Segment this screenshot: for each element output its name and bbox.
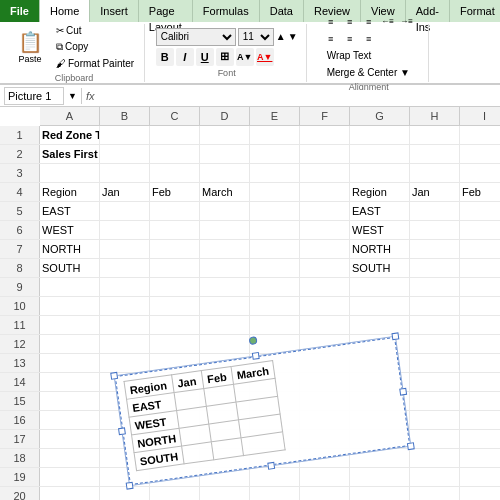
cell-i7[interactable] (460, 240, 500, 258)
align-bottom-center-button[interactable]: ≡ (341, 31, 359, 47)
cell-i19[interactable] (460, 468, 500, 486)
cell-c8[interactable] (150, 259, 200, 277)
cell-i9[interactable] (460, 278, 500, 296)
cell-a17[interactable] (40, 430, 100, 448)
cell-h16[interactable] (410, 411, 460, 429)
cell-d2[interactable] (200, 145, 250, 163)
cell-h1[interactable] (410, 126, 460, 144)
cell-h6[interactable] (410, 221, 460, 239)
cell-g5[interactable]: EAST (350, 202, 410, 220)
align-top-right-button[interactable]: ≡ (360, 14, 378, 30)
cell-a4[interactable]: Region (40, 183, 100, 201)
align-bottom-right-button[interactable]: ≡ (360, 31, 378, 47)
cell-g3[interactable] (350, 164, 410, 182)
cell-b4[interactable]: Jan (100, 183, 150, 201)
tab-page-layout[interactable]: Page Layout (139, 0, 193, 22)
cell-h2[interactable] (410, 145, 460, 163)
cell-h8[interactable] (410, 259, 460, 277)
cell-b11[interactable] (100, 316, 150, 334)
border-button[interactable]: ⊞ (216, 48, 234, 66)
font-size-select[interactable]: 11 (238, 28, 274, 46)
cell-c3[interactable] (150, 164, 200, 182)
cell-e4[interactable] (250, 183, 300, 201)
cell-i1[interactable] (460, 126, 500, 144)
cell-d3[interactable] (200, 164, 250, 182)
fill-color-button[interactable]: A▼ (236, 48, 254, 66)
cell-a15[interactable] (40, 392, 100, 410)
cell-h3[interactable] (410, 164, 460, 182)
cell-b1[interactable] (100, 126, 150, 144)
cell-g8[interactable]: SOUTH (350, 259, 410, 277)
cell-f2[interactable] (300, 145, 350, 163)
cell-a12[interactable] (40, 335, 100, 353)
italic-button[interactable]: I (176, 48, 194, 66)
cell-d7[interactable] (200, 240, 250, 258)
cell-i12[interactable] (460, 335, 500, 353)
handle-top-left[interactable] (110, 372, 118, 380)
formula-input[interactable] (98, 90, 496, 102)
cell-f20[interactable] (300, 487, 350, 500)
cell-h18[interactable] (410, 449, 460, 467)
cell-d8[interactable] (200, 259, 250, 277)
cell-i8[interactable] (460, 259, 500, 277)
cell-h4[interactable]: Jan (410, 183, 460, 201)
cell-i5[interactable] (460, 202, 500, 220)
cell-f7[interactable] (300, 240, 350, 258)
cell-f11[interactable] (300, 316, 350, 334)
font-size-down-icon[interactable]: ▼ (288, 31, 298, 42)
cell-f5[interactable] (300, 202, 350, 220)
align-top-left-button[interactable]: ≡ (322, 14, 340, 30)
cell-d11[interactable] (200, 316, 250, 334)
cell-d20[interactable] (200, 487, 250, 500)
cell-a11[interactable] (40, 316, 100, 334)
cell-d10[interactable] (200, 297, 250, 315)
cell-g10[interactable] (350, 297, 410, 315)
cell-e9[interactable] (250, 278, 300, 296)
cut-button[interactable]: ✂ Cut (52, 23, 138, 38)
cell-d12[interactable] (200, 335, 250, 353)
wrap-text-button[interactable]: Wrap Text (322, 48, 416, 63)
cell-d6[interactable] (200, 221, 250, 239)
cell-i3[interactable] (460, 164, 500, 182)
cell-c12[interactable] (150, 335, 200, 353)
cell-e7[interactable] (250, 240, 300, 258)
cell-i17[interactable] (460, 430, 500, 448)
cell-b8[interactable] (100, 259, 150, 277)
cell-e20[interactable] (250, 487, 300, 500)
align-top-center-button[interactable]: ≡ (341, 14, 359, 30)
cell-c5[interactable] (150, 202, 200, 220)
cell-h12[interactable] (410, 335, 460, 353)
cell-g2[interactable] (350, 145, 410, 163)
cell-e8[interactable] (250, 259, 300, 277)
cell-e5[interactable] (250, 202, 300, 220)
cell-g9[interactable] (350, 278, 410, 296)
cell-b2[interactable] (100, 145, 150, 163)
cell-a19[interactable] (40, 468, 100, 486)
cell-h20[interactable] (410, 487, 460, 500)
tab-format[interactable]: Format (450, 0, 500, 22)
cell-c10[interactable] (150, 297, 200, 315)
cell-f9[interactable] (300, 278, 350, 296)
cell-b20[interactable] (100, 487, 150, 500)
cell-g4[interactable]: Region (350, 183, 410, 201)
cell-c11[interactable] (150, 316, 200, 334)
underline-button[interactable]: U (196, 48, 214, 66)
cell-i18[interactable] (460, 449, 500, 467)
cell-d5[interactable] (200, 202, 250, 220)
cell-h17[interactable] (410, 430, 460, 448)
cell-h13[interactable] (410, 354, 460, 372)
cell-c6[interactable] (150, 221, 200, 239)
cell-f1[interactable] (300, 126, 350, 144)
handle-top-center[interactable] (251, 352, 259, 360)
cell-h19[interactable] (410, 468, 460, 486)
cell-b9[interactable] (100, 278, 150, 296)
format-painter-button[interactable]: 🖌 Format Painter (52, 56, 138, 71)
cell-i20[interactable] (460, 487, 500, 500)
cell-a1[interactable]: Red Zone Tyre Company (40, 126, 100, 144)
cell-a16[interactable] (40, 411, 100, 429)
cell-i13[interactable] (460, 354, 500, 372)
tab-insert[interactable]: Insert (90, 0, 139, 22)
handle-bottom-right[interactable] (407, 442, 415, 450)
cell-g1[interactable] (350, 126, 410, 144)
formula-bar-dropdown[interactable]: ▼ (68, 91, 77, 101)
